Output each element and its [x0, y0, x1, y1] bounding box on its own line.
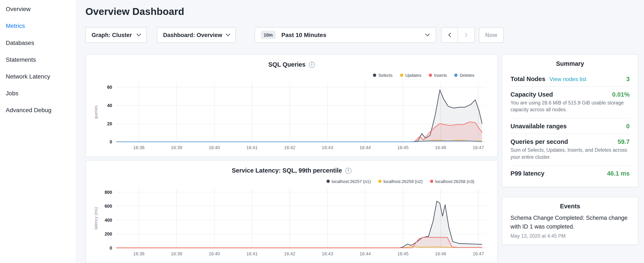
- time-range-dropdown[interactable]: 10m Past 10 Minutes: [255, 27, 436, 43]
- legend-dot-icon: [430, 180, 433, 183]
- service-latency-legend: localhost:26257 (n1)localhost:26259 (n2)…: [92, 178, 491, 184]
- summary-label: Total Nodes: [510, 75, 545, 82]
- summary-label: Unavailable ranges: [510, 122, 566, 129]
- info-icon[interactable]: i: [345, 167, 352, 174]
- sidebar-item-statements[interactable]: Statements: [0, 51, 76, 68]
- legend-item[interactable]: localhost:26258 (n3): [430, 178, 474, 184]
- main-content: Overview Dashboard Graph: Cluster Dashbo…: [76, 0, 644, 263]
- sidebar-item-metrics[interactable]: Metrics: [0, 18, 76, 35]
- summary-title: Summary: [510, 60, 630, 68]
- event-text: Schema Change Completed: Schema change w…: [510, 214, 630, 231]
- event-item: Schema Change Completed: Schema change w…: [510, 214, 630, 239]
- total-nodes-value: 3: [626, 75, 630, 82]
- chevron-down-icon: [136, 32, 141, 36]
- time-nav-group: [441, 27, 475, 43]
- legend-dot-icon: [326, 180, 330, 183]
- dashboard-dropdown[interactable]: Dashboard: Overview: [157, 27, 236, 43]
- legend-dot-icon: [378, 180, 381, 183]
- summary-label: P99 latency: [510, 170, 544, 177]
- legend-item[interactable]: localhost:26259 (n2): [378, 178, 422, 184]
- svg-text:16:43: 16:43: [322, 145, 333, 150]
- chart-title: Service Latency: SQL, 99th percentile i: [92, 166, 491, 175]
- summary-label: Capacity Used: [510, 91, 553, 98]
- summary-label: Queries per second: [510, 138, 568, 145]
- sidebar-item-databases[interactable]: Databases: [0, 35, 76, 51]
- time-range-label: Past 10 Minutes: [281, 32, 326, 38]
- time-range-badge: 10m: [261, 31, 276, 39]
- graph-scope-label: Graph: Cluster: [92, 32, 132, 38]
- graph-scope-dropdown[interactable]: Graph: Cluster: [86, 27, 147, 43]
- sql-queries-legend: SelectsUpdatesInsertsDeletes: [92, 72, 491, 78]
- sidebar-item-jobs[interactable]: Jobs: [0, 85, 76, 102]
- svg-text:16:40: 16:40: [208, 251, 220, 256]
- chevron-left-icon: [448, 33, 453, 37]
- legend-item[interactable]: localhost:26257 (n1): [326, 178, 371, 184]
- chevron-down-icon: [425, 32, 430, 36]
- time-prev-button[interactable]: [441, 27, 458, 43]
- info-icon[interactable]: i: [309, 62, 315, 68]
- legend-item[interactable]: Inserts: [428, 72, 447, 78]
- service-latency-chart[interactable]: 16:3816:3916:4016:4116:4216:4316:4416:45…: [92, 185, 492, 258]
- capacity-used-description: You are using 28.6 MiB of 515.9 GiB usab…: [510, 99, 630, 114]
- now-button[interactable]: Now: [479, 27, 504, 43]
- chart-title: SQL Queries i: [92, 60, 491, 69]
- sql-queries-title: SQL Queries: [268, 60, 306, 69]
- sidebar-item-advanced-debug[interactable]: Advanced Debug: [0, 102, 76, 119]
- svg-text:16:46: 16:46: [435, 251, 446, 256]
- legend-dot-icon: [454, 74, 458, 77]
- legend-item[interactable]: Selects: [373, 72, 393, 78]
- svg-text:200: 200: [104, 231, 112, 237]
- legend-item[interactable]: Deletes: [454, 72, 474, 78]
- dashboard-content: SQL Queries i SelectsUpdatesInsertsDelet…: [86, 54, 638, 263]
- svg-text:16:46: 16:46: [435, 145, 446, 150]
- legend-dot-icon: [400, 74, 403, 77]
- svg-text:600: 600: [104, 204, 112, 209]
- chevron-down-icon: [226, 32, 230, 36]
- app-root: Overview Metrics Databases Statements Ne…: [0, 0, 644, 263]
- events-title: Events: [510, 202, 630, 210]
- qps-description: Sum of Selects, Updates, Inserts, and De…: [510, 147, 630, 161]
- sidebar-item-overview[interactable]: Overview: [0, 1, 76, 18]
- svg-text:16:42: 16:42: [284, 145, 295, 150]
- summary-row-total-nodes: Total Nodes View nodes list 3: [510, 71, 630, 87]
- svg-text:16:45: 16:45: [397, 145, 408, 150]
- svg-text:60: 60: [107, 85, 112, 90]
- svg-text:400: 400: [104, 218, 112, 223]
- toolbar: Graph: Cluster Dashboard: Overview 10m P…: [86, 27, 638, 43]
- legend-dot-icon: [428, 74, 432, 77]
- page-title: Overview Dashboard: [86, 6, 638, 17]
- svg-text:queries: queries: [94, 106, 98, 119]
- svg-text:16:41: 16:41: [246, 251, 258, 256]
- events-panel: Events Schema Change Completed: Schema c…: [502, 197, 638, 245]
- event-timestamp: May 13, 2020 at 4:45 PM: [510, 233, 630, 239]
- svg-text:0: 0: [110, 245, 112, 251]
- svg-text:16:47: 16:47: [473, 251, 484, 256]
- svg-text:latency (ms): latency (ms): [94, 207, 98, 229]
- svg-text:16:40: 16:40: [208, 145, 220, 150]
- dashboard-label: Dashboard: Overview: [163, 32, 222, 38]
- summary-panel: Summary Total Nodes View nodes list 3 Ca…: [502, 54, 638, 187]
- svg-text:20: 20: [107, 121, 112, 126]
- sidebar-item-network-latency[interactable]: Network Latency: [0, 68, 76, 85]
- p99-latency-value: 46.1 ms: [607, 170, 630, 177]
- svg-text:16:38: 16:38: [133, 251, 144, 256]
- unavailable-ranges-value: 0: [626, 122, 630, 129]
- summary-row-p99-latency: P99 latency 46.1 ms: [510, 166, 630, 181]
- qps-value: 59.7: [618, 138, 630, 145]
- svg-text:16:44: 16:44: [360, 251, 371, 256]
- sql-queries-panel: SQL Queries i SelectsUpdatesInsertsDelet…: [86, 54, 498, 157]
- svg-text:16:47: 16:47: [473, 145, 484, 150]
- sql-queries-chart[interactable]: 16:3816:3916:4016:4116:4216:4316:4416:45…: [92, 79, 492, 153]
- side-column: Summary Total Nodes View nodes list 3 Ca…: [502, 54, 638, 245]
- svg-text:16:43: 16:43: [322, 251, 333, 256]
- view-nodes-link[interactable]: View nodes list: [550, 76, 586, 82]
- sidebar-nav: Overview Metrics Databases Statements Ne…: [0, 1, 76, 119]
- summary-row-queries-per-second: Queries per second 59.7 Sum of Selects, …: [510, 134, 630, 165]
- svg-text:16:39: 16:39: [171, 251, 182, 256]
- svg-text:16:38: 16:38: [133, 145, 144, 150]
- legend-item[interactable]: Updates: [400, 72, 422, 78]
- legend-dot-icon: [373, 74, 376, 77]
- charts-column: SQL Queries i SelectsUpdatesInsertsDelet…: [86, 54, 498, 263]
- time-next-button[interactable]: [458, 27, 475, 43]
- svg-text:16:39: 16:39: [171, 145, 182, 150]
